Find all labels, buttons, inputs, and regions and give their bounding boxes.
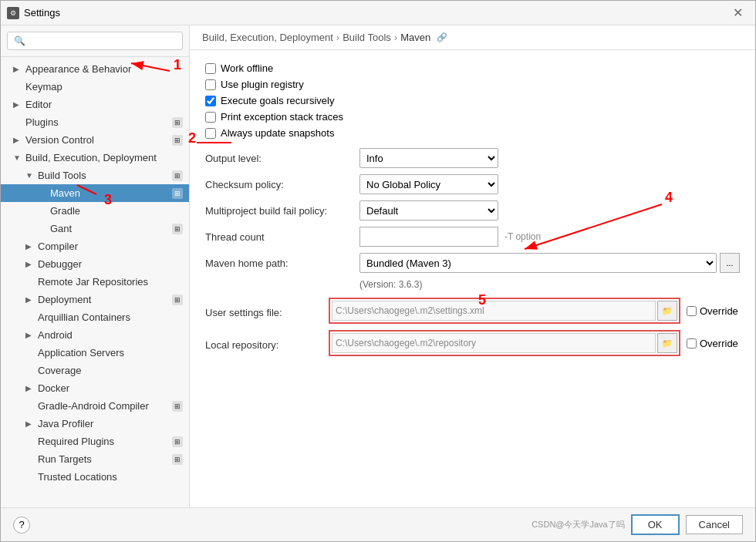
print-stack-label: Print exception stack traces xyxy=(221,111,343,123)
sidebar-item-label: Build Tools xyxy=(38,170,86,181)
sidebar-item-label: Gant xyxy=(50,223,72,234)
execute-goals-checkbox[interactable] xyxy=(205,96,216,106)
settings-icon: ⚙ xyxy=(7,7,19,19)
maven-home-select[interactable]: Bundled (Maven 3) Use MAVEN_HOME Use Mav… xyxy=(359,253,717,273)
sidebar-item-label: Trusted Locations xyxy=(38,471,117,483)
sidebar-item-label: Remote Jar Repositories xyxy=(38,276,148,288)
multiproject-policy-label: Multiproject build fail policy: xyxy=(205,205,359,217)
sidebar-item-coverage[interactable]: ▶ Coverage xyxy=(1,362,189,379)
sidebar-item-label: Version Control xyxy=(25,134,94,146)
help-button[interactable]: ? xyxy=(13,517,30,534)
badge-icon: ⊞ xyxy=(172,117,183,128)
output-level-select[interactable]: Info Debug Warn Error xyxy=(359,148,498,168)
sidebar-item-arquillian[interactable]: ▶ Arquillian Containers xyxy=(1,308,189,326)
sidebar-item-app-servers[interactable]: ▶ Application Servers xyxy=(1,344,189,362)
sidebar-item-label: Maven xyxy=(50,187,80,199)
output-level-label: Output level: xyxy=(205,153,359,164)
sidebar-item-build-execution[interactable]: ▼ Build, Execution, Deployment xyxy=(1,149,189,167)
local-repo-browse-button[interactable]: 📁 xyxy=(657,333,677,353)
print-stack-row: Print exception stack traces xyxy=(205,111,740,123)
maven-version: (Version: 3.6.3) xyxy=(205,279,740,290)
close-button[interactable]: ✕ xyxy=(727,2,749,23)
sidebar-item-label: Docker xyxy=(38,382,69,394)
multiproject-policy-select[interactable]: Default Fail at End Never Fail Fail Fast xyxy=(359,200,498,221)
watermark-text: CSDN@今天学Java了吗 xyxy=(532,519,625,530)
t-option-label: -T option xyxy=(505,231,541,242)
sidebar-item-label: Deployment xyxy=(38,294,91,305)
sidebar-item-editor[interactable]: ▶ Editor xyxy=(1,96,189,113)
work-offline-checkbox[interactable] xyxy=(205,63,216,74)
output-level-row: Output level: Info Debug Warn Error xyxy=(205,148,740,168)
sidebar-item-remote-jar[interactable]: ▶ Remote Jar Repositories xyxy=(1,273,189,291)
ok-button[interactable]: OK xyxy=(631,514,680,535)
sidebar-nav: ▶ Appearance & Behavior ▶ Keymap ▶ Edito… xyxy=(1,57,189,507)
breadcrumb-sep1: › xyxy=(336,32,339,43)
badge-icon: ⊞ xyxy=(172,224,183,234)
print-stack-checkbox[interactable] xyxy=(205,112,216,123)
sidebar-item-appearance[interactable]: ▶ Appearance & Behavior xyxy=(1,60,189,78)
badge-icon: ⊞ xyxy=(172,454,183,465)
local-repo-input-group: C:\Users\chaogege\.m2\repository 📁 xyxy=(329,330,680,356)
badge-icon: ⊞ xyxy=(172,401,183,412)
sidebar-item-docker[interactable]: ▶ Docker xyxy=(1,379,189,397)
user-settings-override-checkbox[interactable] xyxy=(687,306,697,316)
work-offline-label: Work offline xyxy=(221,62,273,74)
execute-goals-row: Execute goals recursively xyxy=(205,95,740,106)
form-content: Work offline Use plugin registry Execute… xyxy=(190,50,755,507)
sidebar-item-run-targets[interactable]: ▶ Run Targets ⊞ xyxy=(1,450,189,468)
multiproject-policy-row: Multiproject build fail policy: Default … xyxy=(205,200,740,221)
maven-home-control: Bundled (Maven 3) Use MAVEN_HOME Use Mav… xyxy=(359,253,740,273)
user-settings-label: User settings file: xyxy=(205,304,329,318)
sidebar-item-gant[interactable]: ▶ Gant ⊞ xyxy=(1,220,189,237)
sidebar-item-java-profiler[interactable]: ▶ Java Profiler xyxy=(1,415,189,433)
main-panel: Build, Execution, Deployment › Build Too… xyxy=(190,25,755,507)
sidebar-item-gradle-android[interactable]: ▶ Gradle-Android Compiler ⊞ xyxy=(1,397,189,415)
sidebar-item-debugger[interactable]: ▶ Debugger xyxy=(1,255,189,273)
sidebar-item-plugins[interactable]: ▶ Plugins ⊞ xyxy=(1,113,189,131)
chevron-right-icon: ▶ xyxy=(25,331,35,339)
user-settings-override-group: Override xyxy=(687,305,738,317)
cancel-button[interactable]: Cancel xyxy=(686,515,743,534)
user-settings-override-label: Override xyxy=(700,305,738,317)
local-repo-row: Local repository: C:\Users\chaogege\.m2\… xyxy=(205,330,740,356)
sidebar-item-deployment[interactable]: ▶ Deployment ⊞ xyxy=(1,291,189,308)
sidebar-item-maven[interactable]: ▶ Maven ⊞ xyxy=(1,184,189,202)
breadcrumb-current: Maven xyxy=(400,32,430,43)
sidebar-item-keymap[interactable]: ▶ Keymap xyxy=(1,78,189,96)
maven-home-browse-button[interactable]: ... xyxy=(720,253,740,273)
sidebar-item-label: Android xyxy=(38,329,73,341)
badge-icon: ⊞ xyxy=(172,170,183,181)
local-repo-input: C:\Users\chaogege\.m2\repository xyxy=(332,333,656,353)
user-settings-input: C:\Users\chaogege\.m2\settings.xml xyxy=(332,301,656,321)
settings-window: ⚙ Settings ✕ ▶ Appearance & Behavior xyxy=(0,0,756,542)
chevron-right-icon: ▶ xyxy=(25,242,35,251)
sidebar-item-android[interactable]: ▶ Android xyxy=(1,326,189,344)
always-update-row: Always update snapshots xyxy=(205,127,740,139)
sidebar-item-required-plugins[interactable]: ▶ Required Plugins ⊞ xyxy=(1,433,189,450)
thread-count-input[interactable] xyxy=(359,227,498,247)
checksum-policy-select[interactable]: No Global Policy Ignore Warn Fail xyxy=(359,174,498,194)
chevron-right-icon: ▶ xyxy=(25,260,35,268)
sidebar-item-label: Required Plugins xyxy=(38,436,114,447)
search-input[interactable] xyxy=(7,32,183,50)
always-update-checkbox[interactable] xyxy=(205,128,216,139)
sidebar-item-label: Compiler xyxy=(38,241,78,252)
breadcrumb-part1: Build, Execution, Deployment xyxy=(202,32,333,43)
sidebar-item-trusted-locations[interactable]: ▶ Trusted Locations xyxy=(1,468,189,486)
sidebar-item-compiler[interactable]: ▶ Compiler xyxy=(1,237,189,255)
sidebar-item-label: Application Servers xyxy=(38,347,124,359)
sidebar-item-label: Keymap xyxy=(25,81,62,93)
sidebar-item-label: Editor xyxy=(25,99,52,110)
user-settings-row: User settings file: C:\Users\chaogege\.m… xyxy=(205,298,740,324)
use-plugin-registry-checkbox[interactable] xyxy=(205,79,216,90)
user-settings-browse-button[interactable]: 📁 xyxy=(657,301,677,321)
sidebar-item-build-tools[interactable]: ▼ Build Tools ⊞ xyxy=(1,167,189,184)
breadcrumb-sep2: › xyxy=(394,32,397,43)
chevron-down-icon: ▼ xyxy=(25,171,35,180)
sidebar-item-version-control[interactable]: ▶ Version Control ⊞ xyxy=(1,131,189,149)
user-settings-input-group: C:\Users\chaogege\.m2\settings.xml 📁 xyxy=(329,298,680,324)
sidebar-item-label: Arquillian Containers xyxy=(38,311,130,323)
local-repo-override-checkbox[interactable] xyxy=(687,338,697,348)
chevron-right-icon: ▶ xyxy=(25,419,35,428)
sidebar-item-gradle[interactable]: ▶ Gradle xyxy=(1,202,189,220)
